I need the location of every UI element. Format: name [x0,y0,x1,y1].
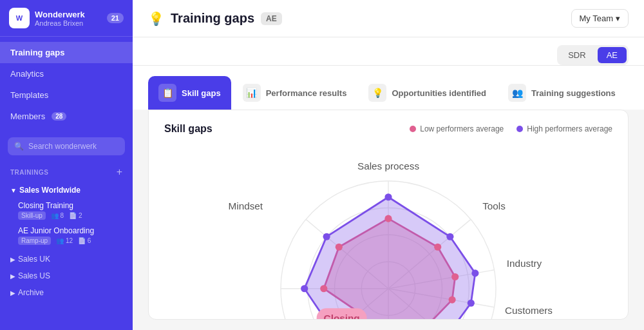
group-sales-us[interactable]: ▶ Sales US [0,267,133,284]
radar-chart-svg: Sales process Tools Industry Customers P… [164,145,612,320]
search-box[interactable]: 🔍 [8,137,125,155]
training-item-closing[interactable]: Closing Training Skill-up 👥 8 📄 2 [8,198,125,223]
sidebar-item-members[interactable]: Members 28 [0,106,133,127]
training-meta: Skill-up 👥 8 📄 2 [18,211,120,220]
sidebar-item-templates[interactable]: Templates [0,84,133,106]
notification-badge: 21 [107,13,124,23]
high-point-mindset [323,233,330,240]
tab-skill-gaps[interactable]: 📋 Skill gaps [148,76,231,110]
low-point-account-planning [320,285,327,292]
training-meta: Ramp-up 👥 12 📄 6 [18,237,120,245]
chart-header: Skill gaps Low performers average High p… [164,123,612,135]
members-badge: 28 [52,112,66,121]
main-content: 💡 Training gaps AE My Team ▾ SDR AE 📋 Sk… [133,0,644,330]
high-performers-dot [516,126,523,132]
tab-performance-results[interactable]: 📊 Performance results [232,76,357,110]
label-sales-process: Sales process [357,160,419,171]
legend-low-performers: Low performers average [410,124,504,133]
high-point-customers [468,300,475,307]
chevron-right-icon: ▶ [10,289,15,296]
members-icon: 👥 8 [51,212,64,219]
company-info: Wonderwerk Andreas Brixen [35,10,107,27]
content-tabs-bar: 📋 Skill gaps 📊 Performance results 💡 Opp… [133,66,644,110]
count-icon: 📄 2 [69,212,82,219]
label-tools: Tools [482,200,506,211]
opportunities-tab-icon: 💡 [368,84,386,102]
sidebar: W Wonderwerk Andreas Brixen 21 Training … [0,0,133,330]
type-badge: Ramp-up [18,237,51,245]
low-point-mindset [336,244,343,251]
group-sales-uk[interactable]: ▶ Sales UK [0,251,133,267]
chart-area: Skill gaps Low performers average High p… [148,110,629,320]
suggestions-tab-icon: 👥 [508,84,526,102]
chart-title: Skill gaps [164,123,213,135]
chevron-right-icon: ▶ [10,273,15,280]
high-point-industry [471,269,478,277]
trainings-section-label: TRAININGS + [0,160,133,180]
low-point-industry [451,273,459,280]
sidebar-navigation: Training gaps Analytics Templates Member… [0,37,133,132]
low-point-tools [434,244,441,251]
members-icon: 👥 12 [56,237,73,244]
high-point-tools [446,233,453,240]
page-title: Training gaps [171,11,254,26]
chevron-down-icon: ▼ [10,187,17,194]
type-badge: Skill-up [18,211,46,220]
search-icon: 🔍 [14,142,24,151]
group-header-sales-worldwide[interactable]: ▼ Sales Worldwide [8,182,125,198]
segment-ae-button[interactable]: AE [598,47,627,63]
add-training-button[interactable]: + [117,167,122,177]
segment-sdr-button[interactable]: SDR [559,47,594,63]
sidebar-header: W Wonderwerk Andreas Brixen 21 [0,0,133,37]
training-item-ae-junior[interactable]: AE Junior Onboarding Ramp-up 👥 12 📄 6 [8,223,125,248]
high-point-account-planning [301,285,308,292]
low-point-customers [449,296,456,304]
low-performers-dot [410,126,416,132]
performance-tab-icon: 📊 [243,84,261,102]
tab-training-suggestions[interactable]: 👥 Training suggestions [498,76,626,110]
sidebar-item-analytics[interactable]: Analytics [0,63,133,84]
low-point-sales-process [384,215,392,222]
legend-high-performers: High performers average [516,124,612,133]
ae-badge: AE [261,12,282,25]
header-left: 💡 Training gaps AE [148,11,282,26]
page-header: 💡 Training gaps AE My Team ▾ [133,0,644,37]
tab-opportunities-identified[interactable]: 💡 Opportunities identified [358,76,497,110]
closing-badge: Closing [317,308,367,320]
chart-legend: Low performers average High performers a… [410,124,612,133]
radar-chart-container: Sales process Tools Industry Customers P… [164,145,612,320]
label-mindset: Mindset [229,200,263,211]
company-name: Wonderwerk [35,10,107,19]
chevron-down-icon: ▾ [616,14,620,23]
chevron-right-icon: ▶ [10,256,15,263]
logo: W [9,8,30,28]
label-customers: Customers [505,305,553,316]
sidebar-item-training-gaps[interactable]: Training gaps [0,42,133,63]
my-team-button[interactable]: My Team ▾ [571,9,629,28]
skill-gaps-tab-icon: 📋 [158,84,176,102]
search-input[interactable] [28,142,118,151]
title-icon: 💡 [148,11,164,26]
user-name: Andreas Brixen [35,19,107,27]
group-sales-worldwide: ▼ Sales Worldwide Closing Training Skill… [0,180,133,251]
segment-bar: SDR AE [133,37,644,66]
group-archive[interactable]: ▶ Archive [0,284,133,301]
count-icon: 📄 6 [78,237,91,244]
label-industry: Industry [507,258,542,269]
segment-controls: SDR AE [557,45,629,65]
high-point-sales-process [384,193,392,200]
closing-badge-label: Closing [324,313,360,320]
